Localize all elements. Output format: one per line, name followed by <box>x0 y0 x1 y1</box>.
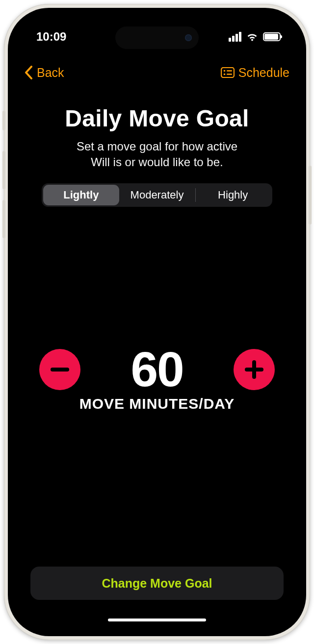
plus-icon <box>245 360 263 379</box>
svg-rect-4 <box>227 74 232 74</box>
schedule-icon <box>221 67 235 78</box>
activity-segmented-control[interactable]: Lightly Moderately Highly <box>42 183 272 207</box>
segment-moderately[interactable]: Moderately <box>119 185 195 205</box>
chevron-left-icon <box>25 66 33 79</box>
nav-bar: Back Schedule <box>16 60 298 85</box>
segment-lightly[interactable]: Lightly <box>43 185 119 205</box>
schedule-label: Schedule <box>238 66 289 80</box>
status-time: 10:09 <box>36 30 66 44</box>
page-subtitle: Set a move goal for how active Will is o… <box>30 139 284 171</box>
segment-label: Moderately <box>131 189 184 201</box>
decrease-button[interactable] <box>39 349 80 390</box>
goal-stepper: 60 MOVE MINUTES/DAY <box>30 187 284 567</box>
svg-rect-2 <box>227 70 232 71</box>
battery-icon <box>263 32 281 41</box>
segment-label: Lightly <box>63 189 99 201</box>
power-button <box>309 166 312 224</box>
increase-button[interactable] <box>234 349 275 390</box>
change-move-goal-button[interactable]: Change Move Goal <box>30 567 284 600</box>
svg-point-1 <box>223 70 225 72</box>
volume-down-button <box>2 200 5 238</box>
cellular-icon <box>229 32 241 42</box>
screen: 10:09 Back <box>16 16 298 628</box>
wifi-icon <box>246 32 259 42</box>
segment-highly[interactable]: Highly <box>195 185 271 205</box>
content: Daily Move Goal Set a move goal for how … <box>16 85 298 628</box>
svg-rect-0 <box>221 68 234 77</box>
status-indicators <box>229 32 281 42</box>
side-button <box>2 111 5 130</box>
subtitle-line-1: Set a move goal for how active <box>77 140 237 153</box>
segment-label: Highly <box>218 189 248 201</box>
phone-frame: 10:09 Back <box>4 4 310 640</box>
dynamic-island <box>115 26 199 49</box>
goal-value: 60 <box>131 341 183 397</box>
goal-unit: MOVE MINUTES/DAY <box>79 396 235 412</box>
minus-icon <box>51 368 69 372</box>
svg-point-3 <box>223 74 225 75</box>
back-label: Back <box>37 66 64 80</box>
subtitle-line-2: Will is or would like to be. <box>91 155 223 169</box>
cta-label: Change Move Goal <box>102 576 212 591</box>
back-button[interactable]: Back <box>25 66 64 80</box>
page-title: Daily Move Goal <box>30 105 284 132</box>
camera-dot <box>185 34 192 41</box>
bezel: 10:09 Back <box>8 8 306 636</box>
home-indicator[interactable] <box>108 619 206 621</box>
schedule-button[interactable]: Schedule <box>221 66 289 80</box>
volume-up-button <box>2 151 5 189</box>
